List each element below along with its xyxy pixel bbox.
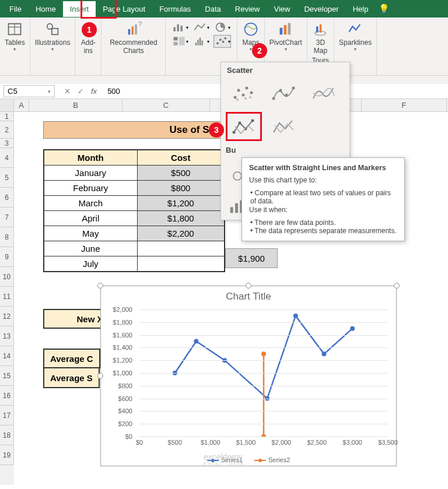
scatter-option-straight-markers[interactable]	[226, 112, 262, 141]
row-13[interactable]: 13	[0, 326, 14, 346]
cell-c6[interactable]: $800	[137, 181, 225, 196]
col-B[interactable]: B	[29, 99, 123, 111]
svg-point-23	[222, 41, 225, 43]
cell-d9-partial[interactable]: $1,900	[225, 248, 278, 268]
svg-rect-28	[288, 23, 290, 35]
cell-c9[interactable]: $2,200	[137, 226, 225, 241]
tooltip-bullet3: The data represents separate measurement…	[250, 227, 397, 235]
svg-point-48	[233, 172, 242, 180]
svg-point-47	[251, 119, 254, 122]
row-12[interactable]: 12	[0, 307, 14, 326]
pie-chart-dropdown[interactable]: ▾	[214, 21, 231, 34]
cell-b8[interactable]: April	[44, 211, 137, 226]
group-illustrations[interactable]: Illustrations ▾	[30, 17, 76, 75]
resize-handle[interactable]	[394, 283, 400, 289]
row-2[interactable]: 2	[0, 121, 14, 139]
row-7[interactable]: 7	[0, 207, 14, 227]
resize-handle[interactable]	[97, 283, 103, 289]
row-19[interactable]: 19	[0, 445, 14, 465]
fx-icon[interactable]: fx	[91, 87, 97, 96]
col-F[interactable]: F	[362, 99, 447, 111]
row-10[interactable]: 10	[0, 267, 14, 287]
row-6[interactable]: 6	[0, 188, 14, 207]
row-15[interactable]: 15	[0, 366, 14, 386]
tables-label: Tables	[5, 38, 25, 47]
bar-chart-dropdown[interactable]: ▾	[172, 21, 189, 34]
tab-home[interactable]: Home	[29, 1, 63, 17]
legend-series2[interactable]: Series2	[254, 456, 290, 463]
chart-legend[interactable]: Series1 Series2	[101, 456, 396, 463]
row-8[interactable]: 8	[0, 227, 14, 247]
svg-point-32	[234, 96, 237, 99]
svg-point-42	[285, 94, 288, 97]
row-16[interactable]: 16	[0, 386, 14, 406]
row-5[interactable]: 5	[0, 168, 14, 188]
embedded-chart[interactable]: Chart Title $0$200$400$600$800$1,000$1,2…	[100, 286, 397, 466]
legend-series1[interactable]: Series1	[207, 456, 243, 463]
scatter-chart-dropdown[interactable]: ▾	[214, 35, 231, 48]
chart-plot-area[interactable]	[139, 309, 388, 437]
row-1[interactable]: 1	[0, 112, 14, 121]
row-4[interactable]: 4	[0, 148, 14, 168]
chart-title[interactable]: Chart Title	[101, 286, 396, 305]
tab-developer[interactable]: Developer	[297, 1, 345, 17]
svg-point-25	[245, 23, 257, 36]
cell-b7[interactable]: March	[44, 196, 137, 211]
svg-point-37	[236, 98, 239, 101]
col-A[interactable]: A	[14, 99, 29, 111]
statistic-chart-dropdown[interactable]: ▾	[192, 35, 210, 48]
tab-file[interactable]: File	[2, 1, 29, 17]
tab-insert[interactable]: Insert	[63, 1, 96, 17]
row-headers: 1 2 3 4 5 6 7 8 9 10 11 12 13 14 15 16 1…	[0, 112, 14, 485]
average-sales-label[interactable]: Average S	[43, 368, 100, 388]
scatter-option-markers[interactable]	[226, 78, 262, 107]
row-9[interactable]: 9	[0, 247, 14, 267]
pivotchart-icon	[278, 21, 294, 37]
cancel-formula-icon[interactable]: ✕	[64, 87, 71, 96]
hierarchy-chart-dropdown[interactable]: ▾	[172, 35, 189, 48]
resize-handle[interactable]	[246, 283, 251, 289]
cell-c7[interactable]: $1,200	[137, 196, 225, 211]
scatter-option-smooth-markers[interactable]	[265, 78, 302, 107]
chart-tooltip: Scatter with Straight Lines and Markers …	[242, 157, 405, 241]
tell-me-icon[interactable]: 💡	[379, 3, 390, 14]
tab-formulas[interactable]: Formulas	[152, 1, 198, 17]
row-18[interactable]: 18	[0, 425, 14, 445]
group-recommended-charts[interactable]: ? Recommended Charts	[102, 17, 166, 75]
cell-c5[interactable]: $500	[137, 166, 225, 181]
cell-b6[interactable]: February	[44, 181, 137, 196]
data-table[interactable]: MonthCost January$500 February$800 March…	[43, 149, 225, 272]
cell-b5[interactable]: January	[44, 166, 137, 181]
cell-b10[interactable]: June	[44, 241, 137, 256]
name-box[interactable]: C5▾	[4, 85, 55, 97]
cell-c10[interactable]	[137, 241, 225, 256]
row-3[interactable]: 3	[0, 139, 14, 148]
select-all-corner[interactable]	[0, 99, 14, 111]
cell-c11[interactable]	[137, 256, 225, 272]
row-17[interactable]: 17	[0, 406, 14, 425]
scatter-option-smooth[interactable]	[305, 78, 341, 107]
tab-view[interactable]: View	[267, 1, 297, 17]
tab-review[interactable]: Review	[228, 1, 267, 17]
col-C[interactable]: C	[123, 99, 210, 111]
header-month[interactable]: Month	[44, 150, 137, 166]
row-14[interactable]: 14	[0, 346, 14, 366]
tab-page-layout[interactable]: Page Layout	[96, 1, 152, 17]
cell-b11[interactable]: July	[44, 256, 137, 272]
maps-icon	[243, 21, 259, 37]
svg-rect-11	[177, 24, 180, 31]
average-cost-label[interactable]: Average C	[43, 349, 100, 368]
svg-text:?: ?	[138, 21, 142, 27]
tab-help[interactable]: Help	[346, 1, 376, 17]
enter-formula-icon[interactable]: ✓	[78, 87, 84, 96]
group-tables[interactable]: Tables ▾	[0, 17, 30, 75]
tab-data[interactable]: Data	[198, 1, 228, 17]
cell-b9[interactable]: May	[44, 226, 137, 241]
svg-rect-26	[279, 28, 282, 35]
annotation-1: 1	[82, 22, 97, 37]
scatter-option-straight[interactable]	[265, 112, 302, 141]
line-chart-dropdown[interactable]: ▾	[192, 21, 210, 34]
cell-c8[interactable]: $1,800	[137, 211, 225, 226]
row-11[interactable]: 11	[0, 287, 14, 307]
header-cost[interactable]: Cost	[137, 150, 225, 166]
